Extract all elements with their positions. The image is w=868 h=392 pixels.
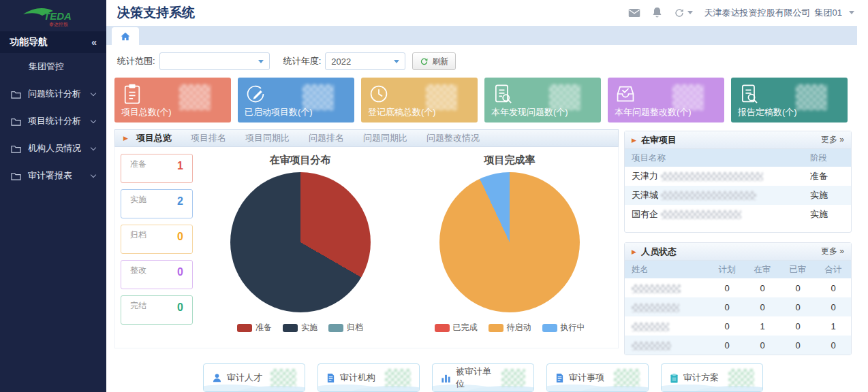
table-row[interactable]: 天津力 准备 bbox=[625, 167, 851, 186]
mail-icon[interactable] bbox=[628, 8, 640, 18]
legend-item: 归档 bbox=[328, 322, 363, 333]
link-label: 审计人才 bbox=[227, 372, 262, 384]
dashboard-content: 统计范围: 统计年度: 2022 刷新 bbox=[106, 45, 868, 392]
tab-issue-yoy[interactable]: 问题同期比 bbox=[363, 132, 407, 144]
column-header: 阶段 bbox=[803, 149, 851, 167]
year-label: 统计年度: bbox=[283, 55, 322, 67]
legend-item: 准备 bbox=[237, 322, 272, 333]
right-panels: ▶ 在审项目 更多 » 项目名称 阶段 bbox=[624, 131, 852, 355]
year-select[interactable]: 2022 bbox=[325, 52, 405, 70]
stat-card-started-projects[interactable]: 已启动项目数(个) bbox=[238, 78, 354, 122]
home-icon bbox=[121, 32, 130, 41]
personnel-table: 姓名 计划 在审 已审 合计 0 bbox=[625, 261, 851, 355]
sidebar-item-audit-reports[interactable]: 审计署报表 bbox=[0, 162, 106, 189]
legend-item: 执行中 bbox=[542, 322, 585, 333]
tab-project-yoy[interactable]: 项目同期比 bbox=[245, 132, 290, 144]
legend-swatch bbox=[542, 324, 557, 332]
more-link[interactable]: 更多 » bbox=[821, 246, 844, 257]
legend-label: 实施 bbox=[301, 322, 317, 333]
link-audit-matters[interactable]: 审计事项 bbox=[546, 363, 649, 392]
sidebar-item-label: 问题统计分析 bbox=[28, 88, 81, 100]
project-name-prefix: 国有企 bbox=[632, 209, 658, 219]
sidebar-item-issue-statistics[interactable]: 问题统计分析 bbox=[0, 80, 106, 108]
table-row[interactable]: 国有企 实施 bbox=[625, 205, 851, 224]
legend-swatch bbox=[489, 324, 503, 332]
cell-value: 1 bbox=[816, 316, 851, 336]
tab-project-ranking[interactable]: 项目排名 bbox=[191, 132, 226, 144]
legend-project-distribution: 准备 实施 归档 bbox=[237, 322, 363, 333]
sidebar-item-label: 项目统计分析 bbox=[28, 115, 81, 127]
project-stage: 实施 bbox=[803, 186, 851, 205]
redacted-count bbox=[728, 369, 754, 387]
column-header: 在审 bbox=[745, 261, 780, 278]
cell-value: 1 bbox=[745, 316, 780, 336]
refresh-label: 刷新 bbox=[432, 56, 448, 67]
link-audit-plans[interactable]: 审计方案 bbox=[661, 363, 763, 392]
tab-issue-ranking[interactable]: 问题排名 bbox=[309, 132, 344, 144]
redacted-value bbox=[796, 84, 827, 110]
refresh-icon bbox=[674, 7, 685, 18]
panel-header: ▶ 人员状态 更多 » bbox=[625, 243, 851, 261]
stat-card-total-projects[interactable]: 项目总数(个) bbox=[114, 78, 231, 122]
stat-card-label: 本年问题整改数(个) bbox=[615, 106, 692, 118]
cell-value: 0 bbox=[780, 316, 816, 336]
teda-logo-icon: TEDA 泰达控股 bbox=[19, 5, 87, 27]
folder-icon bbox=[11, 144, 21, 153]
section-arrow-icon: ▶ bbox=[632, 137, 636, 144]
status-label: 整改 bbox=[130, 265, 146, 276]
legend-swatch bbox=[328, 324, 343, 332]
column-header: 合计 bbox=[816, 261, 851, 278]
tab-issue-rectification[interactable]: 问题整改情况 bbox=[427, 132, 480, 144]
more-link[interactable]: 更多 » bbox=[821, 134, 844, 146]
link-label: 被审计单位 bbox=[456, 365, 497, 390]
person-icon bbox=[212, 373, 222, 383]
link-label: 审计事项 bbox=[569, 372, 604, 384]
status-box-complete: 完结 0 bbox=[121, 295, 193, 325]
pie-project-distribution bbox=[230, 172, 371, 312]
status-value: 2 bbox=[177, 194, 183, 209]
stat-card-registered-drafts[interactable]: 登记底稿总数(个) bbox=[361, 78, 478, 122]
sidebar-item-group-control[interactable]: 集团管控 bbox=[0, 53, 106, 80]
table-row[interactable]: 天津城 实施 bbox=[625, 186, 851, 205]
folder-icon bbox=[11, 117, 21, 126]
section-tabs: ▶ 项目总览 项目排名 项目同期比 问题排名 问题同期比 问题整改情况 bbox=[114, 129, 619, 147]
refresh-button[interactable]: 刷新 bbox=[412, 52, 456, 70]
sidebar-item-org-personnel[interactable]: 机构人员情况 bbox=[0, 135, 106, 162]
sidebar-collapse-icon[interactable]: « bbox=[91, 37, 97, 48]
sidebar-item-label: 集团管控 bbox=[29, 61, 64, 73]
bell-icon[interactable] bbox=[652, 7, 662, 18]
legend-label: 准备 bbox=[255, 322, 272, 333]
stat-cards-row: 项目总数(个) 已启动项目数(个) bbox=[114, 78, 848, 122]
link-audit-talent[interactable]: 审计人才 bbox=[203, 363, 305, 392]
panel-header: ▶ 在审项目 更多 » bbox=[625, 131, 851, 149]
refresh-dropdown[interactable] bbox=[674, 7, 693, 18]
status-box-rectify: 整改 0 bbox=[121, 260, 193, 289]
legend-item: 待启动 bbox=[489, 322, 531, 333]
link-audited-units[interactable]: 被审计单位 bbox=[432, 363, 534, 392]
project-name-prefix: 天津城 bbox=[632, 190, 658, 200]
dashboard-body: ▶ 项目总览 项目排名 项目同期比 问题排名 问题同期比 问题整改情况 准备 1 bbox=[114, 129, 852, 355]
cell-value: 0 bbox=[709, 278, 745, 297]
table-row: 0 1 0 1 bbox=[625, 316, 851, 336]
tab-home[interactable] bbox=[112, 27, 139, 45]
section-arrow-icon: ▶ bbox=[123, 135, 128, 142]
tab-project-overview[interactable]: 项目总览 bbox=[136, 132, 172, 144]
topbar-actions: 天津泰达投资控股有限公司 集团01 bbox=[628, 7, 854, 19]
scope-select[interactable] bbox=[159, 52, 270, 70]
stat-card-issues-rectified[interactable]: 本年问题整改数(个) bbox=[608, 78, 724, 122]
column-header: 已审 bbox=[780, 261, 816, 278]
link-audit-institution[interactable]: 审计机构 bbox=[317, 363, 420, 392]
legend-label: 已完成 bbox=[453, 322, 478, 333]
sidebar-item-project-statistics[interactable]: 项目统计分析 bbox=[0, 108, 106, 135]
account-menu[interactable]: 天津泰达投资控股有限公司 集团01 bbox=[704, 7, 854, 19]
cell-value: 0 bbox=[816, 336, 851, 355]
cell-value: 0 bbox=[709, 297, 745, 316]
pie-completion-rate-block: 项目完成率 已完成 待启动 bbox=[407, 152, 612, 344]
stat-card-issues-found[interactable]: 本年发现问题数(个) bbox=[484, 78, 601, 122]
stat-card-final-reports[interactable]: 报告定稿数(个) bbox=[731, 78, 848, 122]
nav-header: 功能导航 « bbox=[0, 31, 106, 53]
legend-swatch bbox=[283, 324, 298, 332]
clipboard-icon bbox=[670, 373, 679, 383]
project-name-prefix: 天津力 bbox=[632, 171, 658, 181]
pie-completion-rate bbox=[439, 172, 580, 312]
